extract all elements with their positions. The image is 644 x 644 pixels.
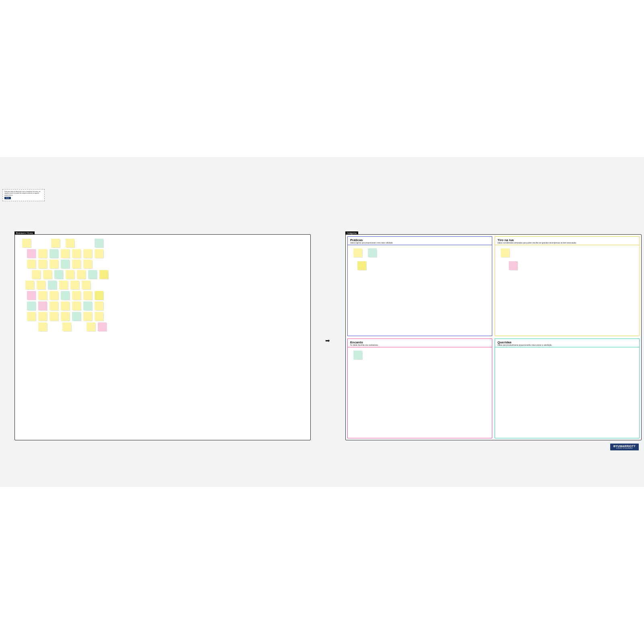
category-practical-subtitle: Ideias lógicas que proporcionam uma maio…	[350, 242, 489, 244]
sticky-note[interactable]	[51, 239, 60, 248]
sticky-note[interactable]	[72, 312, 81, 321]
sticky-note[interactable]	[66, 239, 74, 248]
sticky-note[interactable]	[66, 270, 74, 279]
sticky-note[interactable]	[353, 351, 362, 359]
category-moonshot[interactable]: Tiro na lua Ideias consideradas arriscad…	[495, 236, 640, 336]
sticky-note[interactable]	[50, 249, 58, 258]
sticky-note[interactable]	[38, 291, 47, 300]
sticky-note[interactable]	[27, 312, 36, 321]
sticky-note[interactable]	[38, 312, 47, 321]
arrow-icon: ➡	[325, 337, 330, 344]
sticky-note[interactable]	[82, 281, 91, 289]
sticky-note[interactable]	[61, 249, 70, 258]
sticky-note[interactable]	[38, 260, 47, 268]
sticky-note[interactable]	[70, 281, 79, 289]
sticky-note[interactable]	[43, 270, 52, 279]
sticky-note[interactable]	[61, 291, 70, 300]
sticky-note[interactable]	[368, 248, 377, 257]
sticky-note[interactable]	[83, 249, 92, 258]
sticky-note[interactable]	[27, 260, 36, 268]
brand-badge: BYUMARRIOTT SCHOOL OF BUSINESS	[610, 444, 639, 450]
sticky-note[interactable]	[72, 260, 81, 268]
sticky-note[interactable]	[83, 260, 92, 268]
sticky-note[interactable]	[61, 312, 70, 321]
category-delight[interactable]: Encanto As ideias favoritas dos avaliado…	[347, 339, 492, 438]
sticky-note[interactable]	[88, 270, 97, 279]
category-moonshot-title: Tiro na lua	[497, 238, 637, 242]
sticky-note[interactable]	[27, 291, 36, 300]
sticky-note[interactable]	[61, 260, 70, 268]
brainstorm-panel[interactable]	[14, 234, 311, 440]
sticky-note[interactable]	[27, 249, 36, 258]
sticky-note[interactable]	[95, 239, 103, 248]
sticky-note[interactable]	[32, 270, 41, 279]
sticky-note[interactable]	[62, 322, 71, 331]
sticky-note[interactable]	[83, 301, 92, 310]
category-practical-title: Práticas	[350, 238, 489, 242]
sticky-note[interactable]	[95, 291, 103, 300]
sticky-note[interactable]	[98, 322, 107, 331]
instruction-note[interactable]: Selecione todas as ideias para criar e t…	[2, 189, 45, 201]
instruction-text: Selecione todas as ideias para criar e t…	[4, 191, 43, 196]
category-practical[interactable]: Práticas Ideias lógicas que proporcionam…	[347, 236, 492, 336]
sticky-note[interactable]	[87, 322, 95, 331]
category-delight-body[interactable]	[348, 347, 492, 434]
sticky-note[interactable]	[27, 301, 36, 310]
category-practical-body[interactable]	[348, 245, 492, 332]
sticky-note[interactable]	[95, 249, 103, 258]
whiteboard-canvas[interactable]: Selecione todas as ideias para criar e t…	[0, 157, 644, 487]
sticky-note[interactable]	[38, 322, 47, 331]
category-darlings-title: Queridas	[497, 341, 637, 344]
sticky-note[interactable]	[22, 239, 31, 248]
sticky-note[interactable]	[353, 248, 362, 257]
instruction-start-button[interactable]: Iniciar	[4, 197, 11, 199]
sticky-note[interactable]	[38, 301, 47, 310]
sticky-note[interactable]	[59, 281, 68, 289]
sticky-note[interactable]	[95, 301, 103, 310]
categories-panel[interactable]: Práticas Ideias lógicas que proporcionam…	[345, 234, 642, 440]
sticky-note[interactable]	[95, 312, 103, 321]
sticky-note[interactable]	[50, 291, 58, 300]
sticky-note[interactable]	[50, 260, 58, 268]
sticky-note[interactable]	[38, 249, 47, 258]
sticky-note[interactable]	[72, 291, 81, 300]
brand-sub: SCHOOL OF BUSINESS	[613, 448, 636, 449]
brand-main: BYUMARRIOTT	[613, 445, 636, 448]
sticky-note[interactable]	[357, 261, 366, 270]
category-darlings[interactable]: Queridas Ideias que provavelmente propor…	[495, 339, 640, 438]
sticky-note[interactable]	[501, 248, 510, 257]
category-darlings-body[interactable]	[495, 347, 639, 434]
sticky-note[interactable]	[25, 281, 34, 289]
category-moonshot-subtitle: Ideias consideradas arriscadas que podem…	[497, 242, 637, 244]
sticky-note[interactable]	[72, 249, 81, 258]
sticky-note[interactable]	[77, 270, 86, 279]
sticky-note[interactable]	[48, 281, 57, 289]
sticky-note[interactable]	[509, 261, 518, 270]
category-darlings-subtitle: Ideias que provavelmente proporcionarão …	[497, 344, 637, 346]
sticky-note[interactable]	[50, 312, 58, 321]
sticky-note[interactable]	[61, 301, 70, 310]
category-delight-subtitle: As ideias favoritas dos avaliadores.	[350, 344, 489, 346]
sticky-note[interactable]	[83, 312, 92, 321]
category-delight-title: Encanto	[350, 341, 489, 344]
sticky-note[interactable]	[72, 301, 81, 310]
sticky-note[interactable]	[54, 270, 63, 279]
sticky-note[interactable]	[37, 281, 45, 289]
sticky-note[interactable]	[50, 301, 58, 310]
sticky-note[interactable]	[83, 291, 92, 300]
sticky-note[interactable]	[99, 270, 108, 279]
category-moonshot-body[interactable]	[495, 245, 639, 332]
